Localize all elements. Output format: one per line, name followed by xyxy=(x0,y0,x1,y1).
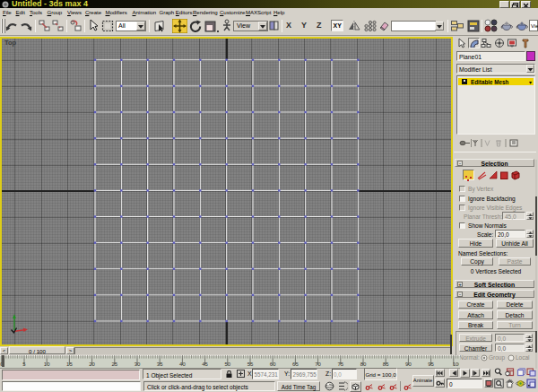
svg-text:90: 90 xyxy=(405,362,412,367)
svg-text:45: 45 xyxy=(202,362,208,367)
svg-text:10: 10 xyxy=(44,362,50,367)
svg-text:20: 20 xyxy=(89,362,95,367)
svg-text:25: 25 xyxy=(111,362,117,367)
svg-text:50: 50 xyxy=(224,362,230,367)
svg-text:55: 55 xyxy=(247,362,254,367)
svg-text:35: 35 xyxy=(157,362,163,367)
svg-text:5: 5 xyxy=(22,362,26,367)
svg-text:15: 15 xyxy=(66,362,73,367)
svg-text:60: 60 xyxy=(270,362,276,367)
svg-text:100: 100 xyxy=(453,362,459,367)
svg-text:80: 80 xyxy=(360,362,367,367)
svg-text:65: 65 xyxy=(292,362,299,367)
svg-text:75: 75 xyxy=(337,362,343,367)
svg-text:30: 30 xyxy=(134,362,141,367)
svg-text:70: 70 xyxy=(315,362,321,367)
svg-text:40: 40 xyxy=(179,362,186,367)
svg-text:95: 95 xyxy=(428,362,434,367)
svg-text:85: 85 xyxy=(383,362,389,367)
